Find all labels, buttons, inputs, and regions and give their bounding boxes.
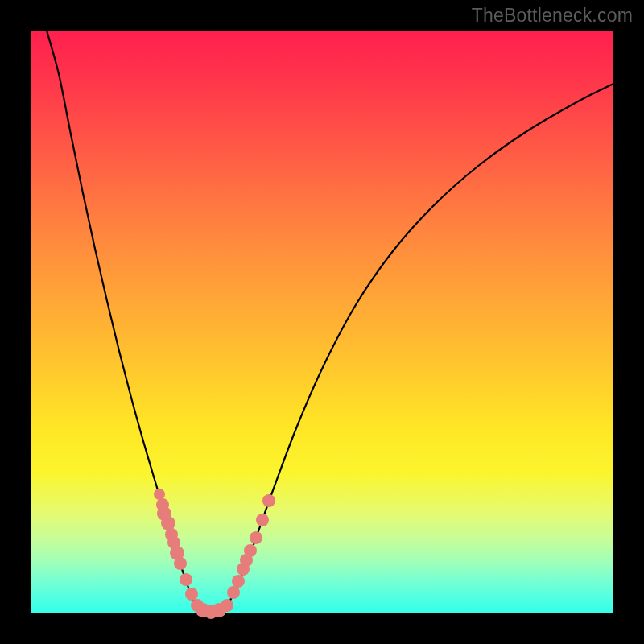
chart-plot-area (31, 31, 613, 613)
data-marker (227, 586, 240, 599)
bottleneck-curve (47, 31, 613, 613)
watermark-label: TheBottleneck.com (472, 5, 633, 27)
data-marker (244, 544, 257, 557)
data-marker (232, 575, 245, 588)
data-marker (180, 573, 192, 586)
data-marker (250, 531, 262, 544)
chart-frame: TheBottleneck.com (0, 0, 644, 644)
data-marker (256, 514, 269, 526)
data-marker (262, 494, 275, 507)
data-marker (221, 599, 233, 612)
data-marker (174, 557, 187, 570)
curve-layer (31, 31, 613, 613)
